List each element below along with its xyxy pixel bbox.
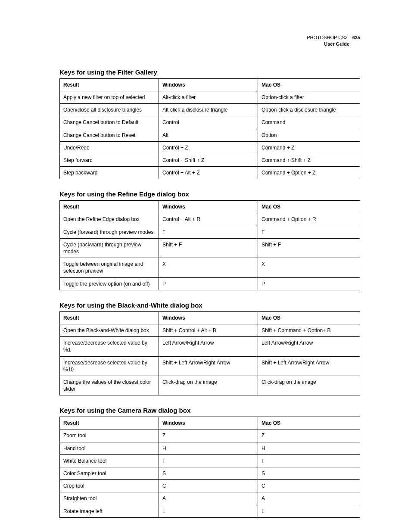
- cell-macos: Option-click a disclosure triangle: [258, 104, 360, 116]
- section-title: Keys for using the Refine Edge dialog bo…: [59, 190, 360, 198]
- cell-macos: Shift + Command + Option+ B: [258, 324, 360, 336]
- table-row: Change the values of the closest color s…: [60, 376, 360, 395]
- cell-windows: Control + Shift + Z: [159, 154, 258, 166]
- column-header-macos: Mac OS: [258, 78, 360, 91]
- column-header-windows: Windows: [159, 78, 258, 91]
- cell-result: Color Sampler tool: [60, 467, 159, 480]
- cell-windows: Control + Alt + Z: [159, 167, 258, 179]
- column-header-result: Result: [60, 417, 159, 429]
- table-row: Color Sampler toolSS: [60, 467, 360, 480]
- table-row: Open the Black-and-White dialog boxShift…: [60, 324, 360, 336]
- column-header-result: Result: [60, 78, 159, 91]
- cell-macos: C: [258, 480, 360, 492]
- section-title: Keys for using the Black-and-White dialo…: [59, 302, 360, 309]
- column-header-windows: Windows: [159, 201, 258, 213]
- header-page-number: 635: [350, 35, 360, 40]
- cell-result: Cycle (forward) through preview modes: [60, 226, 159, 238]
- sections-container: Keys for using the Filter GalleryResultW…: [59, 68, 360, 518]
- table-row: Increase/decrease selected value by %1Le…: [60, 337, 360, 356]
- cell-windows: Z: [159, 429, 258, 442]
- table-row: Rotate image leftLL: [60, 505, 360, 517]
- table-row: White Balance toolII: [60, 454, 360, 467]
- cell-windows: Control + Alt + R: [159, 213, 258, 226]
- cell-result: Rotate image left: [60, 505, 159, 517]
- table-row: Open/close all disclosure trianglesAlt-c…: [60, 104, 360, 116]
- cell-macos: Command: [258, 116, 360, 129]
- table-row: Undo/RedoControl + ZCommand + Z: [60, 141, 360, 154]
- cell-macos: Shift + Left Arrow/Right Arrow: [258, 356, 360, 376]
- table-header-row: ResultWindowsMac OS: [60, 201, 360, 213]
- cell-macos: Command + Shift + Z: [258, 154, 360, 166]
- cell-macos: Shift + F: [258, 238, 360, 258]
- table-row: Toggle the preview option (on and off)PP: [60, 277, 360, 290]
- column-header-windows: Windows: [159, 311, 258, 324]
- cell-macos: Command + Z: [258, 141, 360, 154]
- shortcut-table: ResultWindowsMac OSOpen the Black-and-Wh…: [59, 311, 360, 396]
- column-header-macos: Mac OS: [258, 311, 360, 324]
- cell-result: Straighten tool: [60, 492, 159, 505]
- cell-windows: S: [159, 467, 258, 480]
- table-row: Hand toolHH: [60, 442, 360, 454]
- cell-macos: Z: [258, 429, 360, 442]
- cell-result: Undo/Redo: [60, 141, 159, 154]
- cell-macos: L: [258, 505, 360, 517]
- table-row: Zoom toolZZ: [60, 429, 360, 442]
- cell-macos: Command + Option + Z: [258, 167, 360, 179]
- table-row: Toggle between original image and select…: [60, 258, 360, 277]
- column-header-macos: Mac OS: [258, 417, 360, 429]
- cell-result: Toggle the preview option (on and off): [60, 277, 159, 290]
- cell-windows: Shift + Left Arrow/Right Arrow: [159, 356, 258, 376]
- cell-macos: H: [258, 442, 360, 454]
- column-header-result: Result: [60, 201, 159, 213]
- cell-windows: A: [159, 492, 258, 505]
- cell-windows: Shift + Control + Alt + B: [159, 324, 258, 336]
- cell-result: Open the Black-and-White dialog box: [60, 324, 159, 336]
- cell-windows: Alt-click a filter: [159, 91, 258, 103]
- cell-windows: Left Arrow/Right Arrow: [159, 337, 258, 356]
- cell-macos: A: [258, 492, 360, 505]
- cell-result: Crop tool: [60, 480, 159, 492]
- cell-windows: P: [159, 277, 258, 290]
- cell-result: Open/close all disclosure triangles: [60, 104, 159, 116]
- table-row: Cycle (backward) through preview modesSh…: [60, 238, 360, 258]
- header-product: PHOTOSHOP CS3: [307, 35, 347, 40]
- header-doc-title: User Guide: [59, 41, 360, 47]
- table-row: Change Cancel button to DefaultControlCo…: [60, 116, 360, 129]
- cell-macos: P: [258, 277, 360, 290]
- table-header-row: ResultWindowsMac OS: [60, 417, 360, 429]
- cell-result: Zoom tool: [60, 429, 159, 442]
- cell-windows: Click-drag on the image: [159, 376, 258, 395]
- cell-result: Step forward: [60, 154, 159, 166]
- table-header-row: ResultWindowsMac OS: [60, 311, 360, 324]
- cell-macos: F: [258, 226, 360, 238]
- cell-windows: F: [159, 226, 258, 238]
- cell-macos: I: [258, 454, 360, 467]
- cell-windows: C: [159, 480, 258, 492]
- cell-windows: Alt-click a disclosure triangle: [159, 104, 258, 116]
- running-header: PHOTOSHOP CS3 635 User Guide: [59, 34, 360, 48]
- table-row: Cycle (forward) through preview modesFF: [60, 226, 360, 238]
- table-row: Crop toolCC: [60, 480, 360, 492]
- table-header-row: ResultWindowsMac OS: [60, 78, 360, 91]
- cell-windows: H: [159, 442, 258, 454]
- cell-macos: Option-click a filter: [258, 91, 360, 103]
- cell-macos: Option: [258, 129, 360, 141]
- cell-result: White Balance tool: [60, 454, 159, 467]
- column-header-windows: Windows: [159, 417, 258, 429]
- table-row: Apply a new filter on top of selectedAlt…: [60, 91, 360, 103]
- cell-windows: X: [159, 258, 258, 277]
- header-line-1: PHOTOSHOP CS3 635: [59, 34, 360, 41]
- cell-result: Hand tool: [60, 442, 159, 454]
- cell-result: Change the values of the closest color s…: [60, 376, 159, 395]
- cell-windows: Control + Z: [159, 141, 258, 154]
- cell-result: Step backward: [60, 167, 159, 179]
- cell-result: Apply a new filter on top of selected: [60, 91, 159, 103]
- column-header-macos: Mac OS: [258, 201, 360, 213]
- table-row: Change Cancel button to ResetAltOption: [60, 129, 360, 141]
- cell-result: Increase/decrease selected value by %1: [60, 337, 159, 356]
- table-row: Straighten toolAA: [60, 492, 360, 505]
- cell-result: Change Cancel button to Default: [60, 116, 159, 129]
- shortcut-table: ResultWindowsMac OSOpen the Refine Edge …: [59, 200, 360, 290]
- section-title: Keys for using the Camera Raw dialog box: [59, 407, 360, 414]
- cell-macos: Left Arrow/Right Arrow: [258, 337, 360, 356]
